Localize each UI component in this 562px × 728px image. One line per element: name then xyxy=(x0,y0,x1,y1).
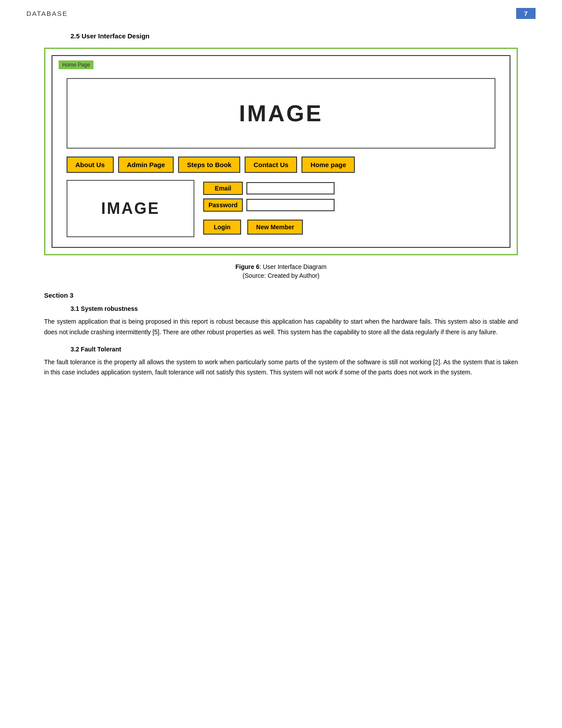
subsection-3-1-heading: 3.1 System robustness xyxy=(71,305,518,312)
password-field-row: Password xyxy=(203,198,495,212)
nav-btn-steps-to-book[interactable]: Steps to Book xyxy=(178,157,240,173)
login-area: Email Password Login New Member xyxy=(203,180,495,235)
main-content: 2.5 User Interface Design Home Page IMAG… xyxy=(0,23,562,403)
figure-caption: Figure 6: User Interface Diagram xyxy=(44,263,518,270)
login-action-row: Login New Member xyxy=(203,220,495,235)
new-member-button[interactable]: New Member xyxy=(247,220,303,235)
login-button[interactable]: Login xyxy=(203,220,241,235)
subsection-3-1-body: The system application that is being pro… xyxy=(44,317,518,338)
nav-btn-about-us[interactable]: About Us xyxy=(67,157,114,173)
page-header: DATABASE 7 xyxy=(0,0,562,23)
email-label: Email xyxy=(203,182,243,195)
figure-description: : User Interface Diagram xyxy=(259,263,327,270)
subsection-3-2-body: The fault tolerance is the property all … xyxy=(44,357,518,378)
nav-btn-contact-us[interactable]: Contact Us xyxy=(245,157,297,173)
header-title: DATABASE xyxy=(26,10,68,17)
ui-diagram-inner: Home Page IMAGE About Us Admin Page Step… xyxy=(52,55,510,248)
section-heading: 2.5 User Interface Design xyxy=(71,32,518,40)
top-image-placeholder: IMAGE xyxy=(67,78,495,149)
nav-btn-admin-page[interactable]: Admin Page xyxy=(118,157,174,173)
home-page-bar: Home Page xyxy=(59,60,93,69)
email-input[interactable] xyxy=(246,182,335,194)
password-label: Password xyxy=(203,198,243,212)
subsection-3-2-heading: 3.2 Fault Tolerant xyxy=(71,346,518,353)
email-field-row: Email xyxy=(203,182,495,195)
nav-buttons-row: About Us Admin Page Steps to Book Contac… xyxy=(67,157,495,173)
password-input[interactable] xyxy=(246,199,335,211)
bottom-section: IMAGE Email Password xyxy=(67,180,495,237)
figure-source: (Source: Created by Author) xyxy=(44,272,518,279)
bottom-image-text: IMAGE xyxy=(101,199,160,218)
nav-btn-home-page[interactable]: Home page xyxy=(301,157,355,173)
section3-heading: Section 3 xyxy=(44,291,518,299)
ui-diagram-wrapper: Home Page IMAGE About Us Admin Page Step… xyxy=(44,48,518,255)
bottom-image-placeholder: IMAGE xyxy=(67,180,194,237)
page-number: 7 xyxy=(516,8,536,19)
figure-label: Figure 6 xyxy=(235,263,259,270)
top-image-text: IMAGE xyxy=(239,100,323,127)
